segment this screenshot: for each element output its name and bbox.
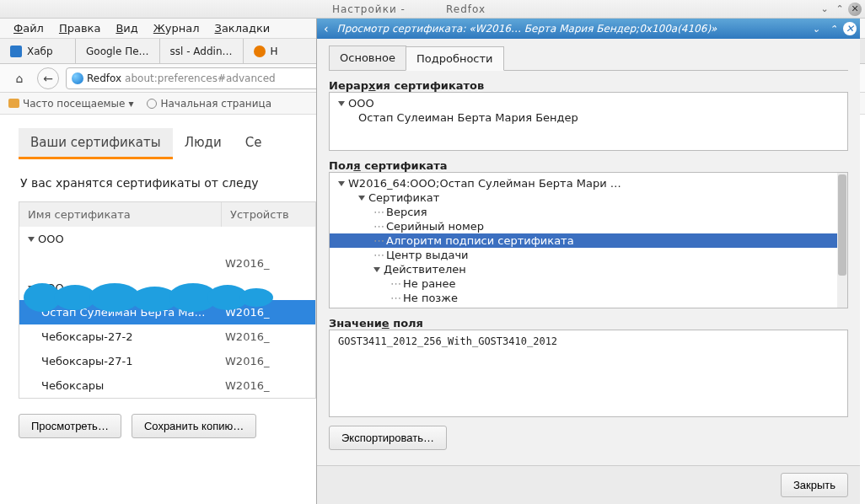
cert-item-row[interactable]: ЧебоксарыW2016_ (19, 373, 315, 398)
tree-item-version[interactable]: Версия (330, 205, 847, 219)
tab-label: Хабр (27, 46, 53, 57)
fields-tree[interactable]: W2016_64:ООО;Остап Сулейман Берта Мари …… (329, 172, 848, 308)
tab-people[interactable]: Люди (173, 128, 234, 159)
tab-partial[interactable]: Н (244, 39, 320, 63)
url-host: Redfox (87, 72, 121, 84)
cert-item-row[interactable]: Чебоксары-27-1W2016_ (19, 349, 315, 373)
tree-item[interactable]: ООО (330, 96, 847, 110)
chevron-down-icon: ▾ (128, 98, 133, 110)
parent-window-titlebar: Настройки - Redfox ⌄ ⌃ ✕ (0, 0, 865, 19)
tree-item-validity[interactable]: Действителен (330, 262, 847, 276)
back-button[interactable]: ← (37, 67, 59, 89)
cert-device: W2016_ (222, 255, 315, 271)
scrollbar[interactable] (837, 173, 847, 308)
cert-device: W2016_ (222, 353, 315, 369)
tree-item[interactable]: Сертификат (330, 190, 847, 205)
tree-item[interactable]: Остап Сулеиман Берта Мария Бендер (330, 110, 847, 125)
tree-item-serial[interactable]: Серийный номер (330, 219, 847, 233)
scrollbar-thumb[interactable] (838, 174, 846, 276)
menu-history[interactable]: Журнал (153, 22, 200, 35)
tab-details[interactable]: Подробности (406, 46, 504, 71)
cert-item-row[interactable]: W2016_ (19, 251, 315, 276)
close-button[interactable]: Закрыть (781, 473, 848, 497)
field-value-box[interactable]: GOST3411_2012_256_With_GOST3410_2012 (329, 330, 848, 417)
tab-label: ssl - Addin… (170, 46, 233, 57)
dialog-title: Просмотр сертификата: «W2016… Берта Мари… (334, 23, 809, 35)
dialog-titlebar: ‹ Просмотр сертификата: «W2016… Берта Ма… (317, 19, 860, 39)
tree-item-sigalg[interactable]: Алгоритм подписи сертификата (330, 233, 847, 248)
tab-ssl[interactable]: ssl - Addin… (160, 39, 244, 63)
window-close-icon[interactable]: ✕ (848, 3, 862, 16)
col-device[interactable]: Устройств (222, 202, 315, 227)
bookmark-label: Начальная страница (160, 98, 271, 110)
cert-device: W2016_ (222, 329, 315, 345)
backup-button[interactable]: Сохранить копию… (132, 414, 256, 438)
fields-label: Поля сертификата (329, 159, 848, 172)
cert-group-row[interactable]: ООО (19, 227, 315, 251)
window-maximize-icon[interactable]: ⌃ (833, 3, 846, 16)
cert-viewer-dialog: ‹ Просмотр сертификата: «W2016… Берта Ма… (316, 19, 860, 504)
tab-servers[interactable]: Се (234, 128, 274, 159)
tree-item-issuer[interactable]: Центр выдачи (330, 248, 847, 262)
menu-edit[interactable]: Правка (59, 22, 100, 35)
dialog-maximize-icon[interactable]: ⌃ (826, 22, 840, 35)
site-identity-icon (72, 72, 83, 84)
cert-name: Чебоксары (41, 379, 104, 392)
folder-icon (8, 99, 19, 108)
tab-your-certs[interactable]: Ваши сертификаты (19, 128, 173, 159)
tree-item[interactable]: W2016_64:ООО;Остап Сулейман Берта Мари … (330, 176, 847, 190)
cert-name: Чебоксары-27-2 (41, 330, 133, 343)
bookmark-most-visited[interactable]: Часто посещаемые ▾ (8, 98, 133, 110)
tab-label: Google Пе… (86, 46, 149, 57)
favicon-icon (10, 46, 22, 57)
cert-device: W2016_ (222, 378, 315, 394)
bookmark-label: Часто посещаемые (23, 98, 125, 110)
cert-subtabs: Ваши сертификаты Люди Се (19, 128, 316, 161)
col-name[interactable]: Имя сертификата (19, 202, 222, 227)
menu-bookmarks[interactable]: Закладки (215, 22, 271, 35)
menu-view[interactable]: Вид (116, 22, 137, 35)
cert-description: У вас хранятся сертификаты от следу (20, 176, 316, 190)
nav-prev-icon[interactable]: ‹ (319, 22, 334, 35)
tab-google[interactable]: Google Пе… (76, 39, 160, 63)
tree-item-notbefore[interactable]: Не ранее (330, 276, 847, 291)
tab-habr[interactable]: Хабр (0, 39, 76, 63)
view-button[interactable]: Просмотреть… (19, 414, 121, 438)
cert-item-row[interactable]: Чебоксары-27-2W2016_ (19, 324, 315, 349)
favicon-icon (254, 46, 266, 57)
window-minimize-icon[interactable]: ⌄ (818, 3, 831, 16)
window-title-left: Настройки - (332, 3, 406, 15)
window-title-right: Redfox (446, 3, 486, 15)
dialog-close-icon[interactable]: ✕ (843, 22, 857, 35)
url-path: about:preferences#advanced (125, 72, 276, 84)
hierarchy-tree[interactable]: ООО Остап Сулеиман Берта Мария Бендер (329, 92, 848, 151)
globe-icon (147, 99, 157, 109)
redaction-overlay (24, 283, 277, 312)
cert-device (222, 231, 315, 247)
dialog-tabs: Основное Подробности (329, 46, 848, 71)
dialog-minimize-icon[interactable]: ⌄ (809, 22, 823, 35)
bookmark-home[interactable]: Начальная страница (147, 98, 271, 110)
cert-table-header: Имя сертификата Устройств (19, 202, 315, 227)
hierarchy-label: Иерархия сертификатов (329, 79, 848, 92)
value-label: Значение поля (329, 317, 848, 330)
cert-name: Чебоксары-27-1 (41, 355, 133, 367)
tab-label: Н (271, 46, 278, 57)
home-button[interactable]: ⌂ (8, 67, 30, 89)
export-button[interactable]: Экспортировать… (329, 426, 447, 450)
menu-file[interactable]: Файл (13, 22, 44, 35)
tree-item-notafter[interactable]: Не позже (330, 291, 847, 305)
tab-general[interactable]: Основное (329, 46, 406, 70)
cert-name: ООО (38, 233, 64, 245)
field-value: GOST3411_2012_256_With_GOST3410_2012 (338, 335, 557, 347)
